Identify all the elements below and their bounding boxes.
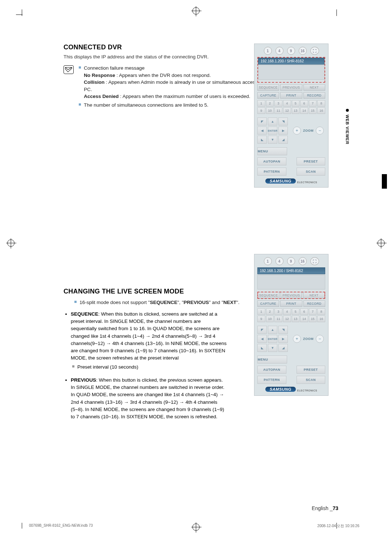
record-button[interactable]: RECORD	[303, 92, 325, 99]
channel-button[interactable]: 5	[292, 100, 300, 107]
sequence-button[interactable]: SEQUENCE	[258, 292, 279, 299]
note-bold: No Response	[84, 73, 115, 78]
channel-button[interactable]: 15	[309, 316, 317, 322]
dpad-enter-button[interactable]: ENTER	[268, 335, 277, 343]
channel-button[interactable]: 5	[292, 308, 300, 315]
autopan-button[interactable]: AUTOPAN	[257, 157, 286, 165]
channel-button[interactable]: 4	[283, 100, 291, 107]
dpad: ◤ ▲ ◥ ◀ ENTER ▶ ◣ ▼ ◢	[257, 118, 288, 144]
dpad-up-icon[interactable]: ▲	[268, 326, 277, 334]
preset-button[interactable]: PRESET	[297, 366, 326, 374]
fullscreen-icon[interactable]: ⛶	[310, 47, 319, 55]
dpad-enter-button[interactable]: ENTER	[268, 127, 277, 135]
channel-button[interactable]: 7	[309, 308, 317, 315]
zoom-in-button[interactable]: +	[293, 127, 301, 135]
channel-button[interactable]: 1	[257, 308, 265, 315]
channel-button[interactable]: 8	[317, 100, 325, 107]
channel-button[interactable]: 15	[309, 107, 317, 114]
channel-button[interactable]: 3	[274, 308, 282, 315]
layout-1-button[interactable]: 1	[264, 47, 272, 55]
channel-button[interactable]: 14	[300, 316, 308, 322]
registration-mark-icon	[377, 239, 385, 247]
layout-4-button[interactable]: 4	[275, 47, 283, 55]
capture-button[interactable]: CAPTURE	[257, 300, 279, 307]
channel-button[interactable]: 13	[292, 316, 300, 322]
channel-button[interactable]: 2	[266, 308, 274, 315]
dpad-up-left-icon[interactable]: ◤	[257, 326, 267, 334]
dvr-list-box	[257, 275, 325, 289]
capture-button[interactable]: CAPTURE	[257, 92, 279, 99]
autopan-button[interactable]: AUTOPAN	[257, 366, 286, 374]
dpad-down-right-icon[interactable]: ◢	[278, 344, 288, 352]
zoom-out-button[interactable]: −	[316, 335, 324, 343]
dpad-up-left-icon[interactable]: ◤	[257, 118, 267, 126]
dpad-up-right-icon[interactable]: ◥	[278, 326, 288, 334]
highlight-box: SEQUENCE PREVIOUS NEXT	[257, 292, 325, 299]
channel-button[interactable]: 13	[292, 107, 300, 114]
print-button[interactable]: PRINT	[280, 92, 302, 99]
dpad-up-right-icon[interactable]: ◥	[278, 118, 288, 126]
channel-button[interactable]: 6	[300, 100, 308, 107]
channel-button[interactable]: 10	[266, 316, 274, 322]
dpad-right-icon[interactable]: ▶	[278, 335, 288, 343]
dpad-right-icon[interactable]: ▶	[278, 127, 288, 135]
channel-button[interactable]: 3	[274, 100, 282, 107]
channel-button[interactable]: 2	[266, 100, 274, 107]
layout-1-button[interactable]: 1	[264, 257, 272, 265]
preset-button[interactable]: PRESET	[297, 157, 326, 165]
manual-page: CONNECTED DVR This displays the IP addre…	[0, 0, 392, 538]
pattern-button[interactable]: PATTERN	[257, 168, 286, 176]
channel-button[interactable]: 16	[317, 316, 325, 322]
channel-button[interactable]: 12	[283, 316, 291, 322]
dpad-down-icon[interactable]: ▼	[268, 344, 277, 352]
crop-mark	[336, 523, 337, 529]
sequence-button[interactable]: SEQUENCE	[257, 84, 279, 91]
channel-button[interactable]: 12	[283, 107, 291, 114]
layout-9-button[interactable]: 9	[287, 47, 295, 55]
previous-button[interactable]: PREVIOUS	[281, 292, 302, 299]
channel-grid: 1 2 3 4 5 6 7 8 9 10 11 12 13 14 15 16	[257, 100, 325, 114]
print-button[interactable]: PRINT	[280, 300, 302, 307]
channel-button[interactable]: 9	[257, 107, 265, 114]
channel-button[interactable]: 7	[309, 100, 317, 107]
dpad-left-icon[interactable]: ◀	[257, 127, 267, 135]
previous-button[interactable]: PREVIOUS	[280, 84, 302, 91]
menu-button[interactable]: MENU	[257, 147, 287, 155]
channel-button[interactable]: 10	[266, 107, 274, 114]
menu-button[interactable]: MENU	[257, 356, 287, 364]
scan-button[interactable]: SCAN	[297, 376, 326, 384]
connected-dvr-row: 192.168.1.200 / SHR-8162	[258, 58, 324, 65]
dpad-down-icon[interactable]: ▼	[268, 136, 277, 144]
dpad-down-left-icon[interactable]: ◣	[257, 344, 267, 352]
next-button[interactable]: NEXT	[303, 84, 325, 91]
channel-button[interactable]: 6	[300, 308, 308, 315]
layout-4-button[interactable]: 4	[275, 257, 283, 265]
dpad-left-icon[interactable]: ◀	[257, 335, 267, 343]
channel-button[interactable]: 11	[274, 107, 282, 114]
next-button[interactable]: NEXT	[303, 292, 325, 299]
channel-button[interactable]: 11	[274, 316, 282, 322]
dpad-down-right-icon[interactable]: ◢	[278, 136, 288, 144]
zoom-out-button[interactable]: −	[316, 127, 324, 135]
layout-16-button[interactable]: 16	[299, 47, 307, 55]
dpad-up-icon[interactable]: ▲	[268, 118, 277, 126]
channel-button[interactable]: 14	[300, 107, 308, 114]
channel-button[interactable]: 1	[257, 100, 265, 107]
ptz-row: ◤ ▲ ◥ ◀ ENTER ▶ ◣ ▼ ◢ + ZOOM −	[257, 326, 325, 352]
layout-16-button[interactable]: 16	[299, 257, 307, 265]
fullscreen-icon[interactable]: ⛶	[310, 257, 319, 265]
channel-button[interactable]: 16	[317, 107, 325, 114]
dpad-down-left-icon[interactable]: ◣	[257, 136, 267, 144]
channel-button[interactable]: 9	[257, 316, 265, 322]
pattern-button[interactable]: PATTERN	[257, 376, 286, 384]
brand-sub: ELECTRONICS	[297, 389, 317, 392]
layout-9-button[interactable]: 9	[287, 257, 295, 265]
channel-button[interactable]: 8	[317, 308, 325, 315]
record-button[interactable]: RECORD	[303, 300, 325, 307]
scan-button[interactable]: SCAN	[297, 168, 326, 176]
ptz-row: ◤ ▲ ◥ ◀ ENTER ▶ ◣ ▼ ◢ + ZOOM −	[257, 118, 325, 144]
zoom-label: ZOOM	[303, 129, 314, 132]
zoom-in-button[interactable]: +	[293, 335, 301, 343]
channel-button[interactable]: 4	[283, 308, 291, 315]
brand-sub: ELECTRONICS	[297, 181, 317, 184]
